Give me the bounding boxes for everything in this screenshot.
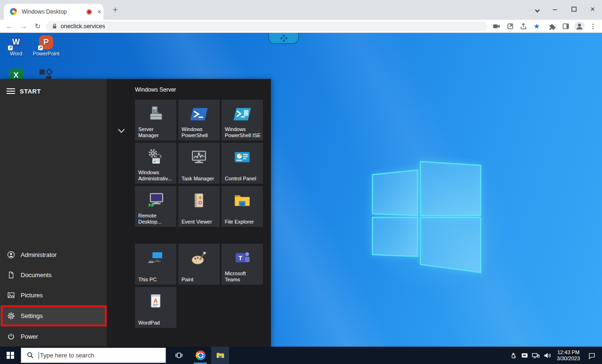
- svg-text:A: A: [154, 298, 158, 304]
- share-icon[interactable]: [519, 22, 528, 31]
- tile-control-panel[interactable]: Control Panel: [222, 143, 263, 184]
- oneclick-diamond-icon: [280, 34, 288, 42]
- tile-paint[interactable]: Paint: [178, 244, 220, 285]
- search-input[interactable]: [40, 352, 153, 359]
- collapse-chevron-icon[interactable]: [118, 126, 125, 133]
- camera-icon[interactable]: [491, 22, 501, 31]
- remote-desktop-icon: [146, 191, 166, 210]
- start-item-administrator[interactable]: Administrator: [0, 245, 107, 265]
- start-button[interactable]: [0, 347, 21, 364]
- open-in-new-icon[interactable]: [506, 22, 515, 31]
- file-explorer-icon: [232, 191, 252, 210]
- window-close-button[interactable]: ×: [588, 5, 597, 14]
- usb-tray-icon[interactable]: [507, 347, 519, 364]
- remote-desktop: W ↗ Word P ↗ PowerPoint X ↗: [0, 33, 602, 364]
- profile-avatar[interactable]: [574, 21, 585, 31]
- browser-window: Windows Desktop × + – × ← → ↻ oneclick.s…: [0, 0, 602, 364]
- tab-close-icon[interactable]: ×: [95, 8, 103, 16]
- start-item-documents[interactable]: Documents: [0, 265, 107, 285]
- task-manager-icon: [189, 147, 209, 167]
- system-tray: 12:43 PM 3/30/2023: [507, 347, 602, 364]
- powershell-ise-icon: [232, 104, 252, 124]
- task-view-button[interactable]: [170, 347, 188, 364]
- power-icon: [7, 333, 15, 341]
- tile-windows-powershell-ise[interactable]: Windows PowerShell ISE: [222, 100, 263, 140]
- start-item-settings[interactable]: Settings: [0, 305, 107, 326]
- browser-toolbar: ← → ↻ oneclick.services ★ ⋮: [0, 20, 602, 33]
- tile-group-title: Windows Server: [135, 86, 176, 93]
- settings-highlight-box: [1, 305, 107, 326]
- taskbar-search[interactable]: [21, 348, 166, 363]
- network-tray-icon[interactable]: [530, 347, 541, 364]
- start-menu-rail: START Administrator: [0, 79, 107, 347]
- side-panel-icon[interactable]: [561, 22, 570, 31]
- forward-button[interactable]: →: [18, 20, 29, 33]
- teams-icon: T: [232, 248, 252, 268]
- powershell-icon: [189, 104, 209, 124]
- touch-keyboard-tray-icon[interactable]: [519, 347, 530, 364]
- document-icon: [7, 271, 15, 279]
- new-tab-button[interactable]: +: [110, 5, 120, 15]
- user-icon: [7, 251, 15, 259]
- event-viewer-icon: [189, 191, 209, 210]
- chrome-icon: [196, 350, 206, 360]
- recording-indicator-icon: [87, 9, 92, 15]
- taskbar-clock[interactable]: 12:43 PM 3/30/2023: [557, 349, 580, 362]
- paint-icon: [189, 248, 209, 268]
- start-menu: START Administrator: [0, 79, 271, 347]
- tile-microsoft-teams[interactable]: T Microsoft Teams: [222, 244, 263, 285]
- tile-event-viewer[interactable]: Event Viewer: [178, 186, 220, 227]
- start-tile-panel: Windows Server Server Manager: [107, 79, 271, 347]
- search-icon: [27, 352, 34, 359]
- shortcut-label: Word: [1, 51, 31, 56]
- hamburger-menu-icon[interactable]: [7, 88, 15, 95]
- desktop-shortcut-word[interactable]: W ↗ Word: [1, 35, 31, 56]
- tile-wordpad[interactable]: A WordPad: [135, 287, 176, 328]
- start-item-power[interactable]: Power: [0, 326, 107, 347]
- extensions-icon[interactable]: [547, 22, 556, 31]
- tab-title: Windows Desktop: [22, 4, 67, 20]
- shortcut-label: PowerPoint: [31, 51, 61, 56]
- svg-text:T: T: [238, 255, 242, 262]
- this-pc-icon: [146, 248, 166, 268]
- file-explorer-icon: [215, 351, 225, 360]
- url-text: oneclick.services: [61, 21, 105, 31]
- browser-menu-icon[interactable]: ⋮: [588, 22, 598, 31]
- tile-remote-desktop[interactable]: Remote Desktop...: [135, 186, 176, 227]
- window-maximize-button[interactable]: [569, 5, 578, 14]
- task-view-icon: [174, 351, 183, 359]
- tab-strip: Windows Desktop × + – ×: [0, 0, 602, 20]
- remote-session-pull-tab[interactable]: [268, 33, 299, 44]
- browser-tab[interactable]: Windows Desktop ×: [4, 4, 103, 20]
- desktop-shortcut-powerpoint[interactable]: P ↗ PowerPoint: [31, 35, 61, 56]
- back-button[interactable]: ←: [4, 20, 15, 33]
- action-center-icon[interactable]: [586, 347, 597, 364]
- word-icon: W ↗: [9, 35, 23, 49]
- tab-search-chevron-icon[interactable]: [532, 5, 542, 14]
- windows-wallpaper-logo: [372, 161, 484, 277]
- address-bar[interactable]: oneclick.services: [46, 21, 487, 31]
- shortcut-arrow-icon: ↗: [8, 46, 13, 50]
- start-item-pictures[interactable]: Pictures: [0, 285, 107, 305]
- window-minimize-button[interactable]: –: [550, 5, 560, 14]
- volume-tray-icon[interactable]: [541, 347, 553, 364]
- text-cursor: [39, 352, 39, 359]
- reload-button[interactable]: ↻: [32, 20, 43, 33]
- bookmark-star-icon[interactable]: ★: [532, 22, 541, 31]
- tile-task-manager[interactable]: Task Manager: [178, 143, 220, 184]
- clock-date: 3/30/2023: [557, 356, 580, 362]
- lock-icon: [51, 23, 58, 30]
- tile-server-manager[interactable]: Server Manager: [135, 100, 176, 140]
- taskbar-chrome-button[interactable]: [191, 347, 209, 364]
- wordpad-icon: A: [146, 292, 166, 311]
- admin-tools-icon: [146, 147, 166, 167]
- tile-windows-administrative-tools[interactable]: Windows Administrativ...: [135, 143, 176, 184]
- tile-windows-powershell[interactable]: Windows PowerShell: [178, 100, 220, 140]
- taskbar: 12:43 PM 3/30/2023: [0, 347, 602, 364]
- site-favicon-icon: [10, 8, 17, 15]
- taskbar-file-explorer-button[interactable]: [211, 347, 229, 364]
- clock-time: 12:43 PM: [557, 349, 580, 356]
- tile-this-pc[interactable]: This PC: [135, 244, 176, 285]
- tile-file-explorer[interactable]: File Explorer: [222, 186, 263, 227]
- start-header: START: [20, 85, 41, 98]
